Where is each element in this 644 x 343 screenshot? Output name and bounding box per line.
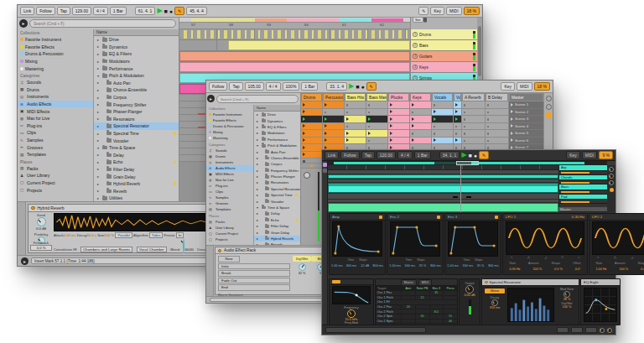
matrix-amount-cell[interactable] bbox=[401, 291, 415, 294]
clip-slot[interactable] bbox=[323, 138, 344, 145]
track-header[interactable]: 4 Keys bbox=[411, 62, 477, 73]
session-clip[interactable] bbox=[301, 109, 322, 116]
browser-device-item[interactable]: ▸ Vocoder bbox=[94, 137, 179, 144]
clip-slot[interactable] bbox=[410, 130, 431, 138]
expand-arrow-icon[interactable]: ▸ bbox=[97, 60, 101, 64]
sidebar-collection-item[interactable]: Drums & Percussion bbox=[18, 50, 93, 58]
device-on-led[interactable] bbox=[31, 206, 35, 210]
time-signature-field[interactable]: 4 / 4 bbox=[93, 7, 108, 15]
session-clip[interactable] bbox=[301, 101, 322, 108]
browser-device-item[interactable]: ▾ Time & Space bbox=[254, 205, 300, 210]
matrix-amount-cell[interactable] bbox=[415, 320, 429, 323]
clip-slot[interactable] bbox=[462, 109, 485, 117]
clip-slot[interactable] bbox=[323, 116, 344, 123]
session-clip[interactable] bbox=[301, 130, 322, 137]
decay-value[interactable]: 30.0 s bbox=[87, 233, 96, 237]
browser-device-item[interactable]: ▸ Performance bbox=[254, 137, 300, 143]
session-clip[interactable] bbox=[345, 116, 366, 122]
position-field[interactable]: 34. 1. 1 bbox=[439, 151, 460, 159]
clip-slot[interactable] bbox=[345, 123, 366, 131]
audio-clip[interactable] bbox=[328, 183, 558, 193]
record-button[interactable]: ● bbox=[169, 8, 173, 14]
clip-slot[interactable] bbox=[345, 116, 366, 123]
session-clip[interactable] bbox=[388, 109, 409, 116]
sidebar-category-item[interactable]: ∿Samples bbox=[18, 137, 93, 144]
expand-arrow-icon[interactable]: ▸ bbox=[97, 167, 101, 171]
arrangement-clip[interactable] bbox=[228, 40, 410, 50]
browser-device-item[interactable]: ▸ Filter Delay bbox=[94, 166, 179, 174]
clip-slot[interactable] bbox=[486, 116, 508, 123]
sidebar-collection-item[interactable]: Mixing bbox=[206, 129, 253, 135]
track-lane[interactable] bbox=[328, 183, 558, 194]
sidebar-category-item[interactable]: ▣MIDI Effects bbox=[18, 107, 93, 115]
sidebar-category-item[interactable]: ▣MIDI Effects bbox=[206, 171, 253, 177]
browser-device-item[interactable]: ▸ Chorus-Ensemble bbox=[254, 155, 300, 161]
play-button[interactable]: ▶ bbox=[157, 8, 162, 14]
lfo-value[interactable]: 100 % bbox=[619, 268, 628, 271]
sine-shape-icon[interactable]: ∿ bbox=[511, 256, 513, 259]
clip-stop-row[interactable] bbox=[301, 159, 322, 164]
matrix-amount-cell[interactable] bbox=[415, 305, 429, 309]
expand-arrow-icon[interactable]: ▸ bbox=[97, 38, 101, 42]
expand-arrow-icon[interactable]: ▸ bbox=[257, 231, 260, 235]
automation-arm-icon[interactable]: ✎ bbox=[174, 7, 184, 15]
expand-arrow-icon[interactable]: ▸ bbox=[257, 236, 260, 241]
session-clip[interactable] bbox=[454, 138, 461, 144]
session-clip[interactable] bbox=[454, 109, 461, 116]
sidebar-collection-item[interactable]: Mastering bbox=[206, 135, 253, 141]
arrangement-clip[interactable] bbox=[179, 62, 410, 72]
clip-slot[interactable] bbox=[486, 101, 508, 109]
browser-device-item[interactable]: ▸ Corpus bbox=[94, 94, 179, 101]
sidebar-category-item[interactable]: ◍Max for Live bbox=[18, 115, 93, 122]
browser-device-item[interactable]: ▾ Pitch & Modulation bbox=[254, 143, 300, 148]
clip-slot[interactable] bbox=[486, 109, 508, 117]
mod-rate-knob[interactable] bbox=[564, 291, 570, 298]
session-clip[interactable] bbox=[301, 144, 322, 151]
clip-slot[interactable] bbox=[454, 116, 461, 123]
track-header[interactable]: Arp bbox=[559, 165, 607, 175]
browser-device-item[interactable]: ▸ Performance bbox=[94, 65, 179, 72]
master-track-header[interactable]: Master bbox=[509, 93, 543, 101]
midi-map-button[interactable]: MIDI bbox=[446, 7, 462, 15]
browser-device-item[interactable]: ▾ Time & Space bbox=[94, 144, 179, 152]
browser-device-item[interactable]: ▸ Dynamics bbox=[94, 44, 179, 51]
time-signature-field[interactable]: 4 / 4 bbox=[397, 151, 413, 159]
scrollbar-thumb[interactable] bbox=[478, 26, 481, 76]
clip-slot[interactable] bbox=[301, 138, 322, 145]
variation-row[interactable]: Fade Out bbox=[218, 278, 290, 284]
record-button[interactable]: ● bbox=[361, 84, 364, 90]
matrix-amount-cell[interactable]: 40 bbox=[443, 320, 457, 323]
session-clip[interactable] bbox=[432, 138, 453, 144]
matrix-amount-cell[interactable]: 15 bbox=[443, 314, 457, 318]
expand-arrow-icon[interactable]: ▸ bbox=[257, 187, 260, 191]
status-play-icon[interactable]: ▸ bbox=[21, 257, 29, 265]
browser-device-item[interactable]: ▸ Modulators bbox=[94, 58, 179, 65]
session-clip[interactable] bbox=[388, 123, 409, 130]
matrix-amount-cell[interactable]: 35 bbox=[429, 291, 444, 294]
expand-arrow-icon[interactable]: ▸ bbox=[97, 117, 101, 121]
new-variation-button[interactable]: New bbox=[218, 256, 240, 262]
clip-slot[interactable] bbox=[462, 123, 485, 131]
mixer-knob[interactable] bbox=[609, 167, 614, 172]
clip-slot[interactable] bbox=[388, 138, 409, 145]
lfo-value[interactable]: 0.30 Hz bbox=[509, 268, 520, 271]
expand-arrow-icon[interactable]: ▸ bbox=[257, 162, 260, 166]
macro-control[interactable]: Dry/Wet 32 % bbox=[293, 256, 311, 294]
search-input[interactable]: Search (Cmd + F) bbox=[216, 95, 299, 103]
matrix-amount-cell[interactable] bbox=[443, 305, 457, 309]
browser-device-item[interactable]: ▸ Spectral Time bbox=[94, 130, 179, 138]
arrangement-clip[interactable] bbox=[179, 51, 410, 61]
session-clip[interactable] bbox=[345, 130, 366, 137]
midi-map-button[interactable]: MIDI bbox=[517, 82, 532, 91]
follow-button[interactable]: Follow bbox=[209, 82, 227, 91]
browser-device-item[interactable]: ▸ EQ & Filters bbox=[254, 124, 300, 130]
tempo-field[interactable]: 129.00 bbox=[72, 7, 91, 15]
expand-arrow-icon[interactable]: ▸ bbox=[257, 224, 260, 228]
decay-knob[interactable] bbox=[491, 299, 498, 306]
browser-device-item[interactable]: ▸ EQ & Filters bbox=[94, 50, 179, 58]
clip-slot[interactable] bbox=[454, 109, 461, 117]
lfo-value[interactable]: 0.0 % bbox=[641, 268, 644, 271]
envelope-value[interactable]: 35 % bbox=[477, 264, 485, 268]
session-clip[interactable] bbox=[410, 116, 431, 122]
track-header[interactable]: 1 Drums bbox=[411, 29, 477, 40]
